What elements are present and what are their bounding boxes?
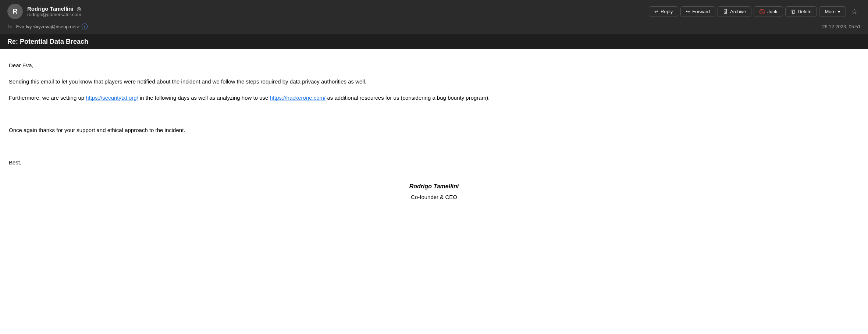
greeting: Dear Eva, [9,61,859,70]
security-icon: ◎ [77,6,81,12]
paragraph1: Sending this email to let you know that … [9,77,859,86]
hackerone-link[interactable]: https://hackerone.com/ [270,95,326,101]
delete-icon: 🗑 [791,9,796,14]
email-subject-bar: Re: Potential Data Breach [0,34,868,49]
signature-block: Rodrigo Tamellini Co-founder & CEO [9,182,859,202]
junk-icon: 🚫 [759,9,765,14]
chevron-down-icon: ▾ [838,9,840,14]
delete-button[interactable]: 🗑 Delete [785,6,817,17]
star-button[interactable]: ☆ [848,6,861,17]
sender-email: rodrigo@gamersafer.com [27,12,81,17]
more-button[interactable]: More ▾ [819,6,846,17]
info-icon[interactable]: i [82,24,88,29]
junk-button[interactable]: 🚫 Junk [754,6,783,17]
recipient-line: To Eva Ivy <xyzeva@riseup.net> i [7,24,88,29]
action-buttons: ↩ Reply ↪ Forward 🗄 Archive 🚫 Junk 🗑 Del… [649,6,861,17]
header-recipient: To Eva Ivy <xyzeva@riseup.net> i 26.12.2… [7,22,861,30]
avatar: R [7,4,23,19]
closing: Best, [9,158,859,167]
sender-details: Rodrigo Tamellini ◎ rodrigo@gamersafer.c… [27,6,81,17]
email-subject: Re: Potential Data Breach [7,38,861,46]
signature-name: Rodrigo Tamellini [9,182,859,191]
securitytxt-link[interactable]: https://securitytxt.org/ [86,95,138,101]
archive-button[interactable]: 🗄 Archive [718,6,751,17]
forward-icon: ↪ [686,9,690,14]
blank-spacer [9,110,859,118]
email-date: 26.12.2023, 05:51 [822,24,861,29]
sender-info: R Rodrigo Tamellini ◎ rodrigo@gamersafer… [7,4,81,19]
email-body: Dear Eva, Sending this email to let you … [0,49,868,213]
recipient-name: Eva Ivy <xyzeva@riseup.net> [16,24,79,29]
paragraph2: Furthermore, we are setting up https://s… [9,93,859,102]
blank-spacer2 [9,142,859,151]
header-top: R Rodrigo Tamellini ◎ rodrigo@gamersafer… [7,4,861,22]
signature-title: Co-founder & CEO [9,193,859,202]
reply-button[interactable]: ↩ Reply [649,6,678,17]
to-label: To [7,24,13,29]
email-header: R Rodrigo Tamellini ◎ rodrigo@gamersafer… [0,0,868,34]
paragraph3: Once again thanks for your support and e… [9,126,859,135]
reply-icon: ↩ [654,9,658,14]
archive-icon: 🗄 [723,9,728,14]
forward-button[interactable]: ↪ Forward [680,6,715,17]
sender-name: Rodrigo Tamellini ◎ [27,6,81,12]
